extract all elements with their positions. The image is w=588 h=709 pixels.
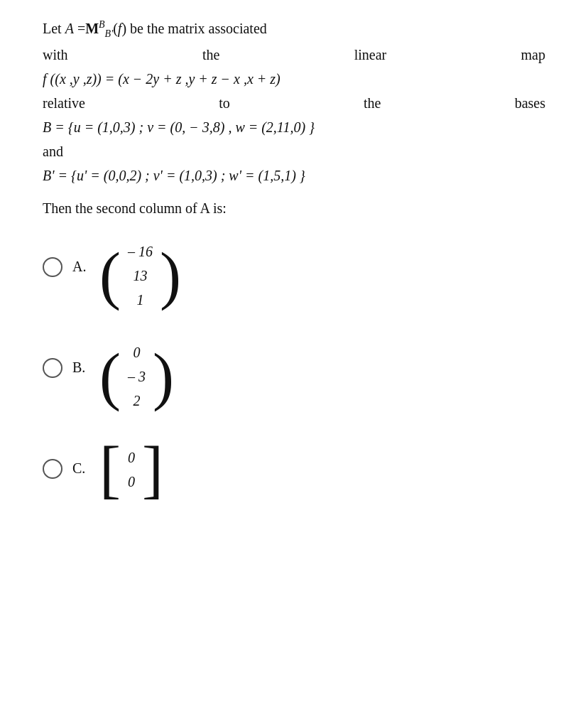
- word-the: the: [202, 44, 219, 65]
- line-6: and: [43, 141, 560, 162]
- val-c-1: 0: [128, 446, 135, 469]
- bracket-left-b: (: [99, 345, 121, 408]
- radio-c[interactable]: [43, 459, 62, 479]
- line-3: f ((x ,y ,z)) = (x − 2y + z ,y + z − x ,…: [43, 68, 560, 90]
- word-relative: relative: [43, 92, 85, 114]
- bracket-left-a: (: [99, 244, 121, 308]
- word-the2: the: [364, 92, 381, 114]
- let-text: Let A =MBB'(f) be the matrix associated: [43, 21, 267, 36]
- val-b-3: 2: [133, 389, 140, 412]
- matrix-a: ( – 16 13 1 ): [99, 236, 181, 315]
- word-bases: bases: [515, 92, 545, 114]
- question-line: Then the second column of A is:: [43, 197, 560, 219]
- word-linear: linear: [354, 44, 387, 65]
- matrix-values-c: 0 0: [121, 442, 142, 497]
- line-2: with the linear map: [43, 44, 560, 65]
- problem-container: Let A =MBB'(f) be the matrix associated …: [43, 17, 560, 502]
- label-b: B.: [72, 357, 89, 378]
- label-c: C.: [72, 458, 89, 479]
- option-a[interactable]: A. ( – 16 13 1 ): [43, 236, 560, 315]
- radio-b[interactable]: [43, 358, 62, 378]
- matrix-values-b: 0 – 3 2: [121, 337, 153, 416]
- bracket-right-a: ): [160, 244, 181, 308]
- option-b[interactable]: B. ( 0 – 3 2 ): [43, 337, 560, 416]
- option-c[interactable]: C. [ 0 0 ]: [43, 438, 560, 502]
- bracket-right-c: ]: [142, 438, 163, 502]
- val-a-1: – 16: [128, 240, 153, 263]
- word-map: map: [521, 44, 545, 65]
- val-a-3: 1: [136, 288, 143, 311]
- label-a: A.: [72, 256, 89, 277]
- val-b-1: 0: [133, 341, 140, 364]
- line-5: B = {u = (1,0,3) ; v = (0, − 3,8) , w = …: [43, 117, 560, 138]
- subscript-b: B': [105, 28, 114, 39]
- word-with: with: [43, 44, 68, 65]
- matrix-values-a: – 16 13 1: [121, 236, 160, 315]
- options-container: A. ( – 16 13 1 ) B. ( 0 – 3 2: [43, 236, 560, 502]
- val-a-2: 13: [133, 264, 147, 287]
- bracket-right-b: ): [153, 345, 174, 408]
- superscript-b: B: [99, 19, 105, 30]
- matrix-c: [ 0 0 ]: [99, 438, 163, 502]
- val-b-2: – 3: [128, 365, 146, 388]
- line-7: B' = {u' = (0,0,2) ; v' = (1,0,3) ; w' =…: [43, 165, 560, 186]
- line-4: relative to the bases: [43, 92, 560, 114]
- line-1: Let A =MBB'(f) be the matrix associated: [43, 17, 560, 41]
- matrix-b: ( 0 – 3 2 ): [99, 337, 174, 416]
- bracket-left-c: [: [99, 438, 121, 502]
- val-c-2: 0: [128, 470, 135, 493]
- radio-a[interactable]: [43, 257, 62, 277]
- word-to: to: [219, 92, 230, 114]
